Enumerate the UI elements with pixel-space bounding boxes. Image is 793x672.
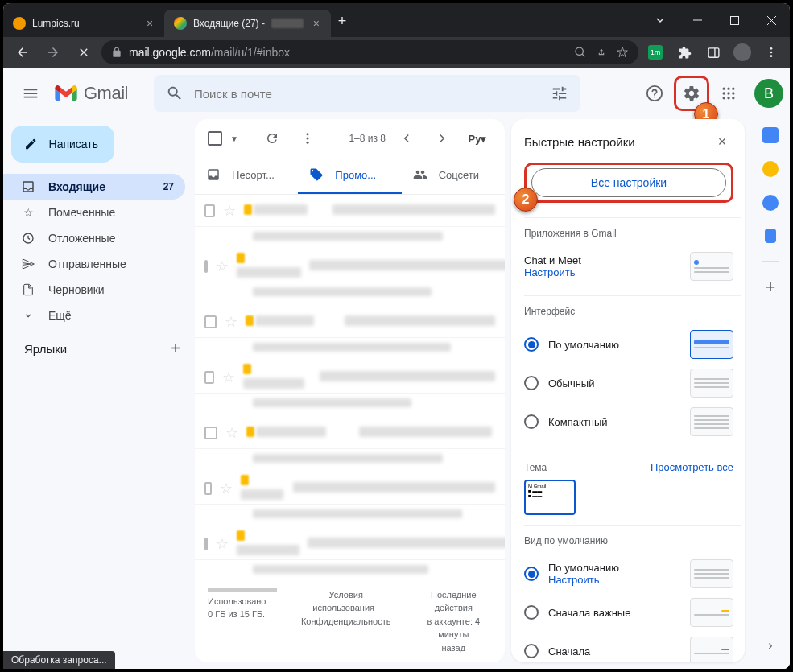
radio-icon[interactable] [524,567,539,581]
density-default-option[interactable]: По умолчанию [524,325,733,364]
star-icon[interactable]: ☆ [225,313,237,331]
contacts-icon[interactable] [765,229,776,243]
mail-row[interactable]: ☆ [195,195,505,227]
more-button[interactable] [293,124,322,153]
forward-button[interactable] [40,39,66,65]
search-input[interactable] [194,87,540,101]
star-icon[interactable] [616,46,629,59]
star-icon[interactable]: ☆ [216,258,229,275]
radio-icon[interactable] [524,376,539,390]
extensions-icon[interactable] [672,40,696,64]
radio-icon[interactable] [524,414,539,429]
close-icon[interactable]: × [143,17,156,30]
sidebar-item-starred[interactable]: ☆Помеченные [3,200,185,225]
close-icon[interactable]: × [310,17,323,30]
back-button[interactable] [10,39,35,65]
view-important-option[interactable]: Сначала важные [524,593,733,632]
compose-button[interactable]: Написать [11,126,114,163]
keep-icon[interactable] [762,161,779,177]
share-icon[interactable] [595,46,608,59]
browser-tab-lumpics[interactable]: Lumpics.ru × [3,10,164,37]
new-tab-button[interactable]: + [331,10,353,32]
radio-icon[interactable] [524,337,539,352]
mail-checkbox[interactable] [204,371,214,384]
help-button[interactable] [638,77,671,109]
settings-highlight: 1 [674,76,709,111]
mail-checkbox[interactable] [204,427,217,439]
page-next-button[interactable] [427,124,456,153]
add-addon-button[interactable]: + [762,279,779,295]
hamburger-icon [22,85,39,102]
browser-menu-button[interactable] [759,40,783,64]
radio-icon[interactable] [524,644,539,658]
sidebar-item-inbox[interactable]: Входящие 27 [3,174,185,200]
mail-checkbox[interactable] [204,204,215,217]
lock-icon [111,47,122,58]
account-button[interactable]: В [754,79,783,108]
star-icon[interactable]: ☆ [225,424,238,442]
search-options-button[interactable] [543,77,576,109]
right-side-panel: + › [751,119,790,669]
mail-row[interactable]: ☆ [195,472,505,505]
tab-social[interactable]: Соцсети [402,158,505,194]
view-default-option[interactable]: По умолчаниюНастроить [524,555,733,593]
select-dropdown-icon[interactable]: ▼ [230,134,238,143]
mail-checkbox[interactable] [204,315,217,328]
tab-promotions[interactable]: Промо... [298,158,401,194]
search-icon[interactable] [159,77,191,109]
view-configure-link[interactable]: Настроить [548,574,619,586]
storage-total: 0 ГБ из 15 ГБ. [208,608,277,621]
maximize-button[interactable] [716,6,753,34]
radio-icon[interactable] [524,605,539,620]
close-panel-button[interactable]: × [709,129,735,155]
mail-row[interactable]: ☆ [195,528,505,560]
chat-meet-configure-link[interactable]: Настроить [524,266,581,278]
refresh-button[interactable] [258,124,287,153]
mail-checkbox[interactable] [204,482,212,495]
tasks-icon[interactable] [762,195,779,211]
mail-row[interactable]: ☆ [195,361,505,394]
svg-point-11 [732,88,734,90]
star-icon[interactable]: ☆ [216,535,229,553]
search-box[interactable] [154,75,580,112]
gmail-logo[interactable]: Gmail [55,83,128,104]
chevron-down-icon[interactable] [642,6,679,34]
mail-row[interactable]: ☆ [195,250,505,282]
close-button[interactable] [753,6,790,34]
star-icon[interactable]: ☆ [223,202,236,220]
sidebar-item-more[interactable]: Ещё [3,303,185,328]
sidebar-item-drafts[interactable]: Черновики [3,277,185,303]
browser-tab-gmail[interactable]: Входящие (27) - × [164,10,331,37]
tab-primary[interactable]: Несорт... [195,158,298,194]
star-icon[interactable]: ☆ [220,480,233,497]
zoom-icon[interactable] [574,46,587,59]
collapse-rail-button[interactable]: › [768,638,772,653]
svg-point-16 [727,97,729,99]
theme-thumbnail[interactable]: M Gmail■ ▬▬■ ▬▬ [524,480,576,515]
page-prev-button[interactable] [392,124,421,153]
sidepanel-icon[interactable] [701,40,725,64]
apps-button[interactable] [712,77,745,109]
mail-row[interactable]: ☆ [195,306,505,338]
mail-row[interactable]: ☆ [195,417,505,449]
extension-icon[interactable]: 1m [643,40,667,64]
mail-checkbox[interactable] [204,260,208,273]
add-label-button[interactable]: + [171,340,180,358]
sidebar-item-snoozed[interactable]: Отложенные [3,225,185,251]
stop-button[interactable] [71,39,97,65]
url-input[interactable]: mail.google.com/mail/u/1/#inbox [101,40,638,64]
all-settings-button[interactable]: Все настройки [531,168,726,197]
main-menu-button[interactable] [13,76,48,111]
view-all-themes-link[interactable]: Просмотреть все [651,461,733,473]
star-icon[interactable]: ☆ [222,369,235,386]
view-starred-option[interactable]: Сначала [524,632,733,662]
select-all-checkbox[interactable] [208,131,222,146]
profile-avatar[interactable] [730,40,754,64]
calendar-icon[interactable] [762,127,779,143]
minimize-button[interactable] [679,6,716,34]
input-tools-button[interactable]: Ру ▾ [463,124,492,153]
density-compact-option[interactable]: Компактный [524,402,733,441]
mail-checkbox[interactable] [204,538,208,550]
sidebar-item-sent[interactable]: Отправленные [3,251,185,277]
density-normal-option[interactable]: Обычный [524,364,733,402]
